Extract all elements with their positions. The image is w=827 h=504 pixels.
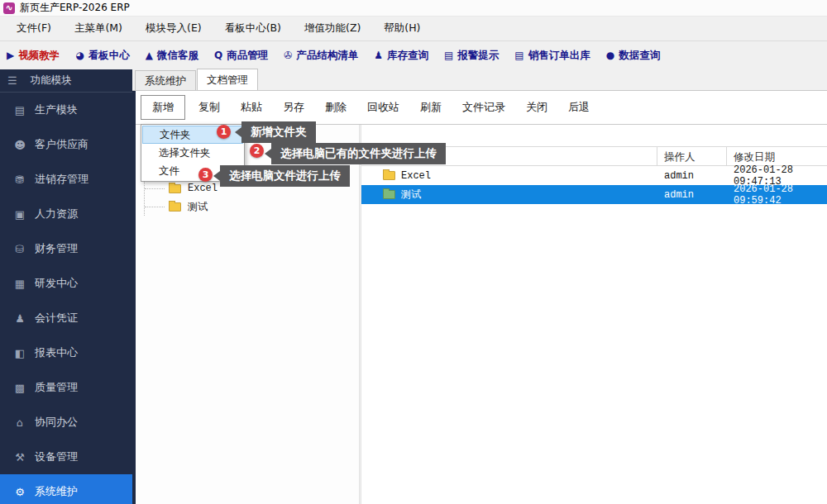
sidebar-item-label: 研发中心 [35, 276, 78, 291]
quick-inventory-query[interactable]: ♟ 库存查询 [374, 49, 428, 63]
paste-button[interactable]: 粘贴 [233, 96, 270, 119]
column-header-modified[interactable]: 修改日期 [726, 147, 827, 165]
quick-product-bom[interactable]: ✇ 产品结构清单 [284, 49, 358, 63]
coins-icon: ⛁ [12, 243, 28, 255]
sidebar-item-customers-suppliers[interactable]: ☻ 客户供应商 [0, 127, 132, 162]
quick-label: 视频教学 [18, 49, 60, 63]
video-camera-icon: ✇ [284, 50, 292, 61]
sidebar-item-finance[interactable]: ⛁ 财务管理 [0, 231, 132, 266]
menu-main[interactable]: 主菜单(M) [63, 21, 134, 36]
bar-chart-icon: ◧ [12, 347, 28, 359]
app-logo-icon: ∿ [3, 2, 15, 14]
sidebar: ☰ 功能模块 ▤ 生产模块 ☻ 客户供应商 ⛃ 进销存管理 ▣ 人力资源 ⛁ 财… [0, 69, 132, 504]
quick-alert-tips[interactable]: ▤ 报警提示 [444, 49, 499, 63]
quick-data-query[interactable]: ● 数据查询 [606, 49, 660, 63]
quick-kanban-center[interactable]: ◕ 看板中心 [75, 49, 129, 63]
title-bar: ∿ 新页生产ERP-2026 ERP [0, 0, 827, 17]
menu-kanban-center[interactable]: 看板中心(B) [213, 21, 293, 36]
org-chart-icon: ♟ [374, 50, 383, 61]
copy-button[interactable]: 复制 [191, 96, 227, 119]
quick-label: 库存查询 [387, 49, 428, 63]
sidebar-item-collaboration[interactable]: ⌂ 协同办公 [0, 405, 132, 440]
window-title: 新页生产ERP-2026 ERP [20, 1, 130, 15]
step-badge-1: 1 [217, 125, 231, 139]
hamburger-icon[interactable]: ☰ [7, 74, 17, 87]
menu-item-select-folder[interactable]: 选择文件夹 [142, 144, 243, 162]
grid-icon: ▦ [12, 278, 28, 290]
quick-label: 看板中心 [88, 49, 130, 63]
document-toolbar: 新增 复制 粘贴 另存 删除 回收站 刷新 文件记录 关闭 后退 [136, 91, 827, 124]
sidebar-item-system-maintenance[interactable]: ⚙ 系统维护 [0, 474, 132, 504]
file-name: 测试 [401, 188, 421, 202]
tab-bar: 系统维护 文档管理 [132, 69, 827, 91]
refresh-button[interactable]: 刷新 [413, 96, 449, 119]
file-list-panel: 操作人 修改日期 Excel admin 2026-01-28 09:47:13… [361, 125, 827, 504]
sidebar-item-rnd[interactable]: ▦ 研发中心 [0, 266, 132, 301]
app-window: ∿ 新页生产ERP-2026 ERP 文件(F) 主菜单(M) 模块导入(E) … [0, 0, 827, 504]
step-badge-3: 3 [198, 168, 213, 182]
tree-item-label: Excel [188, 183, 218, 194]
menu-bar: 文件(F) 主菜单(M) 模块导入(E) 看板中心(B) 增值功能(Z) 帮助(… [0, 17, 827, 41]
quick-product-management[interactable]: Q 商品管理 [214, 49, 268, 63]
tooltip-select-file: 选择电脑文件进行上传 [220, 165, 350, 187]
sidebar-item-equipment[interactable]: ⚒ 设备管理 [0, 440, 132, 474]
sidebar-item-hr[interactable]: ▣ 人力资源 [0, 197, 132, 231]
column-header-operator[interactable]: 操作人 [657, 147, 726, 165]
tree-item-test[interactable]: 测试 [145, 197, 359, 216]
quick-label: 报警提示 [457, 49, 499, 63]
menu-help[interactable]: 帮助(H) [372, 21, 432, 36]
list-bars-icon: ▤ [514, 50, 523, 61]
sidebar-item-label: 财务管理 [35, 241, 78, 256]
cell-operator: admin [657, 189, 726, 201]
tab-document-management[interactable]: 文档管理 [197, 69, 258, 90]
quick-sales-order-outbound[interactable]: ▤ 销售订单出库 [514, 49, 590, 63]
folder-icon [169, 184, 181, 193]
quick-video-tutorial[interactable]: ▶ 视频教学 [7, 49, 60, 63]
sidebar-item-reports[interactable]: ◧ 报表中心 [0, 335, 132, 370]
sidebar-item-label: 系统维护 [35, 484, 78, 499]
menu-file[interactable]: 文件(F) [5, 21, 63, 36]
tree-item-label: 测试 [188, 200, 208, 214]
list-bars-icon: ▤ [444, 50, 453, 61]
tree-connector [145, 188, 165, 189]
tab-system-maintenance[interactable]: 系统维护 [135, 70, 196, 90]
sidebar-item-label: 协同办公 [35, 415, 78, 430]
back-button[interactable]: 后退 [561, 96, 597, 119]
gears-icon: ⚙ [12, 486, 28, 498]
menu-value-added[interactable]: 增值功能(Z) [293, 21, 372, 36]
sidebar-title: 功能模块 [31, 74, 72, 88]
sidebar-item-label: 生产模块 [35, 102, 78, 117]
delete-button[interactable]: 删除 [318, 96, 354, 119]
new-button[interactable]: 新增 [141, 95, 185, 120]
sidebar-item-label: 质量管理 [35, 380, 78, 395]
sidebar-item-inventory[interactable]: ⛃ 进销存管理 [0, 162, 132, 197]
sidebar-item-label: 进销存管理 [35, 172, 88, 187]
cell-name: 测试 [361, 188, 657, 202]
quick-label: 微信客服 [157, 49, 198, 63]
sidebar-item-label: 客户供应商 [35, 137, 88, 152]
file-records-button[interactable]: 文件记录 [455, 96, 513, 119]
save-as-button[interactable]: 另存 [275, 96, 312, 119]
sidebar-item-label: 报表中心 [35, 345, 78, 360]
recycle-bin-button[interactable]: 回收站 [360, 96, 407, 119]
people-icon: ☻ [12, 139, 28, 151]
sidebar-header: ☰ 功能模块 [0, 69, 132, 93]
close-button[interactable]: 关闭 [519, 96, 555, 119]
sidebar-item-production[interactable]: ▤ 生产模块 [0, 93, 132, 127]
sidebar-item-label: 人力资源 [35, 207, 78, 221]
sidebar-item-accounting-voucher[interactable]: ♟ 会计凭证 [0, 301, 132, 335]
grid-icon: ▩ [12, 382, 28, 394]
sidebar-item-label: 设备管理 [35, 449, 78, 464]
quick-label: 商品管理 [227, 49, 268, 63]
folder-icon [383, 190, 395, 199]
cart-icon: ⛃ [12, 174, 28, 186]
sidebar-item-quality[interactable]: ▩ 质量管理 [0, 370, 132, 405]
speech-bubble-icon: ● [606, 50, 614, 61]
quick-wechat-service[interactable]: ▲ 微信客服 [146, 49, 198, 63]
step-badge-2: 2 [250, 144, 264, 158]
id-card-icon: ▣ [12, 208, 28, 221]
menu-module-import[interactable]: 模块导入(E) [134, 21, 213, 36]
table-row-test[interactable]: 测试 admin 2026-01-28 09:59:42 [361, 185, 827, 204]
cell-name: Excel [361, 170, 657, 182]
quick-toolbar: ▶ 视频教学 ◕ 看板中心 ▲ 微信客服 Q 商品管理 ✇ 产品结构清单 ♟ 库… [0, 41, 827, 69]
